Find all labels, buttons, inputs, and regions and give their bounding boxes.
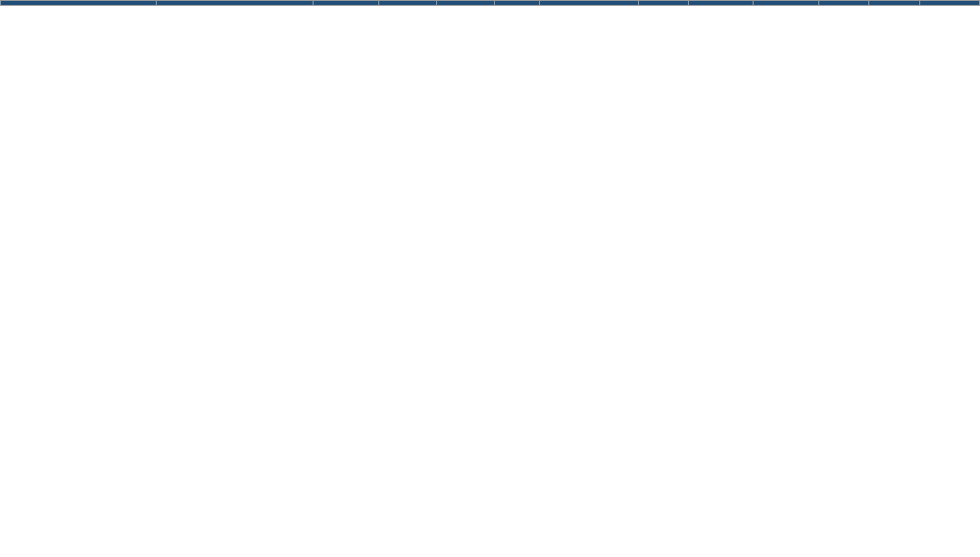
header-sata-gen bbox=[869, 1, 919, 6]
header-turbo-freq bbox=[436, 1, 494, 6]
header-gpu-eu bbox=[638, 1, 688, 6]
header-type bbox=[1, 1, 157, 6]
header-tdp bbox=[494, 1, 540, 6]
header-cores bbox=[313, 1, 378, 6]
header-inband-ecc bbox=[919, 1, 979, 6]
specs-table bbox=[0, 0, 980, 6]
header-burst-freq bbox=[754, 1, 818, 6]
header-base-freq bbox=[379, 1, 437, 6]
header-processor bbox=[157, 1, 313, 6]
header-graphics bbox=[540, 1, 639, 6]
header-pcie-gen bbox=[818, 1, 868, 6]
header-base-freq-mhz bbox=[689, 1, 754, 6]
